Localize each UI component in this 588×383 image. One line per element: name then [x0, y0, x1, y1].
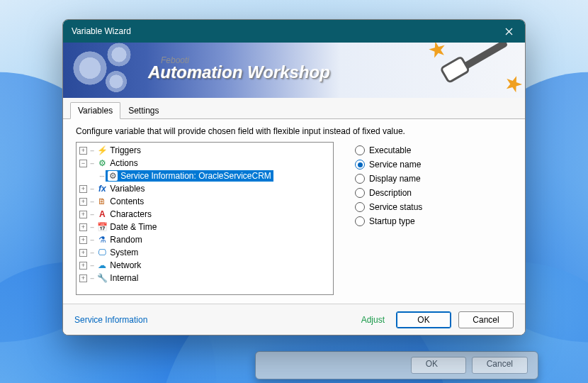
radio-icon	[355, 202, 365, 212]
radio-executable[interactable]: Executable	[355, 143, 512, 157]
bolt-icon: ⚡	[97, 145, 107, 155]
expand-icon[interactable]: +	[79, 185, 87, 193]
radio-icon	[355, 145, 365, 155]
tree-item-datetime[interactable]: +··· 📅Date & Time	[78, 221, 333, 233]
tree-item-random[interactable]: +··· ⚗Random	[78, 233, 333, 246]
tab-panel: Configure variable that will provide cho…	[63, 118, 525, 304]
bg-cancel-button: Cancel	[472, 357, 528, 374]
collapse-icon[interactable]: −	[79, 160, 87, 167]
radio-icon	[355, 160, 365, 170]
banner: ★ ★ Febooti Automation Workshop	[63, 43, 525, 98]
cloud-icon: ☁	[97, 260, 107, 270]
background-dialog: OK Cancel	[255, 351, 538, 379]
radio-label: Description	[369, 188, 412, 198]
letter-icon: A	[97, 209, 107, 219]
radio-label: Service status	[369, 202, 422, 212]
tree-item-network[interactable]: +··· ☁Network	[78, 259, 333, 272]
tree-item-contents[interactable]: +··· 🗎Contents	[78, 195, 333, 208]
tree-label: Service Information: OracleServiceCRM	[120, 171, 271, 181]
document-icon: 🗎	[97, 196, 107, 206]
wrench-icon: 🔧	[97, 273, 107, 283]
dialog-footer: Service Information Adjust OK Cancel	[63, 304, 525, 335]
gear-icon	[103, 68, 130, 95]
expand-icon[interactable]: +	[79, 236, 87, 244]
tree-label: Variables	[110, 184, 145, 194]
close-button[interactable]	[492, 20, 525, 43]
expand-icon[interactable]: +	[79, 223, 87, 231]
radio-icon	[355, 216, 365, 226]
radio-service-status[interactable]: Service status	[355, 200, 512, 214]
tab-variables[interactable]: Variables	[70, 102, 120, 119]
expand-icon[interactable]: +	[79, 147, 87, 155]
tree-item-internal[interactable]: +··· 🔧Internal	[78, 272, 333, 284]
star-icon: ★	[425, 43, 450, 64]
radio-label: Executable	[369, 145, 411, 155]
help-link[interactable]: Service Information	[74, 315, 147, 325]
tree-item-triggers[interactable]: +··· ⚡Triggers	[78, 144, 333, 157]
expand-icon[interactable]: +	[79, 249, 87, 257]
gear-icon: ⚙	[108, 171, 118, 181]
tree-label: Network	[110, 260, 141, 270]
radio-icon	[355, 188, 365, 198]
flask-icon: ⚗	[97, 235, 107, 245]
field-radio-group: Executable Service name Display name Des…	[355, 142, 512, 295]
wand-icon	[439, 43, 511, 95]
monitor-icon: 🖵	[97, 248, 107, 257]
expand-icon[interactable]: +	[79, 262, 87, 270]
tree-item-service-info[interactable]: ···· ⚙Service Information: OracleService…	[78, 170, 333, 182]
banner-title: Automation Workshop	[148, 62, 330, 82]
titlebar: Variable Wizard	[63, 20, 525, 43]
tree-item-actions[interactable]: −··· ⚙Actions	[78, 157, 333, 170]
calendar-icon: 📅	[97, 222, 107, 232]
gear-icon: ⚙	[97, 158, 107, 168]
radio-label: Startup type	[369, 216, 415, 226]
window-title: Variable Wizard	[72, 26, 492, 36]
star-icon: ★	[501, 68, 525, 98]
radio-display-name[interactable]: Display name	[355, 172, 512, 186]
tree-label: Contents	[110, 196, 144, 206]
radio-label: Service name	[369, 160, 421, 170]
tree-label: Characters	[110, 209, 152, 219]
radio-service-name[interactable]: Service name	[355, 157, 512, 172]
tree-label: Random	[110, 235, 142, 245]
ok-button[interactable]: OK	[396, 311, 451, 328]
panel-description: Configure variable that will provide cho…	[76, 126, 512, 136]
expand-icon[interactable]: +	[79, 211, 87, 218]
tab-strip: Variables Settings	[63, 98, 525, 119]
bg-ok-button: OK	[411, 357, 466, 374]
close-icon	[505, 28, 513, 35]
tree-label: Date & Time	[110, 222, 157, 232]
cancel-button[interactable]: Cancel	[458, 311, 514, 328]
tree-item-characters[interactable]: +··· ACharacters	[78, 208, 333, 221]
tree-label: Actions	[110, 158, 137, 168]
tree-item-system[interactable]: +··· 🖵System	[78, 246, 333, 259]
tree-item-variables[interactable]: +··· fxVariables	[78, 182, 333, 195]
tree-label: Triggers	[110, 145, 141, 155]
tree-label: Internal	[110, 273, 138, 283]
radio-description[interactable]: Description	[355, 186, 512, 200]
radio-label: Display name	[369, 174, 421, 184]
radio-icon	[355, 174, 365, 184]
radio-startup-type[interactable]: Startup type	[355, 214, 512, 228]
gear-icon	[104, 43, 134, 70]
tree-label: System	[110, 248, 138, 257]
variable-tree[interactable]: +··· ⚡Triggers −··· ⚙Actions ···· ⚙Servi…	[76, 142, 334, 295]
function-icon: fx	[97, 184, 107, 194]
expand-icon[interactable]: +	[79, 198, 87, 206]
tab-settings[interactable]: Settings	[120, 102, 166, 119]
expand-icon[interactable]: +	[79, 274, 87, 282]
variable-wizard-dialog: Variable Wizard ★ ★ Febooti Automation W…	[62, 19, 526, 335]
adjust-link[interactable]: Adjust	[361, 315, 385, 325]
